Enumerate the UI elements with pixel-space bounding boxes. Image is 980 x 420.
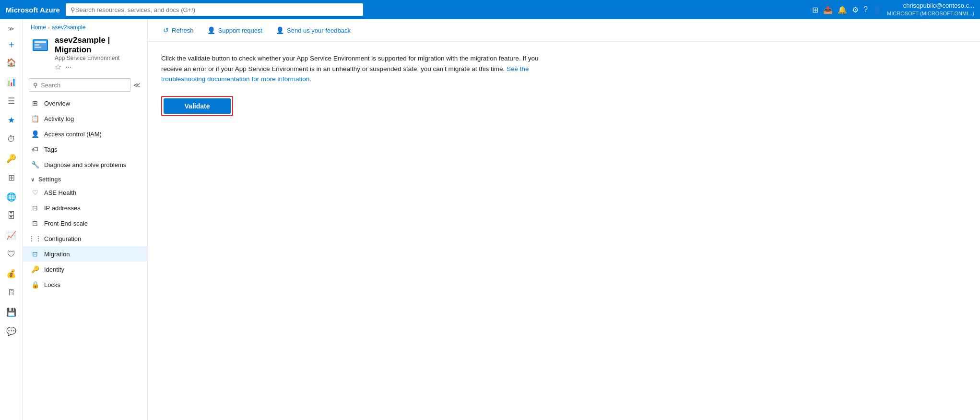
nav-item-ip-addresses[interactable]: ⊟ IP addresses xyxy=(23,200,147,216)
expand-sidebar-btn[interactable]: ≫ xyxy=(2,23,21,35)
support-icon: 👤 xyxy=(207,26,215,34)
resource-actions: ☆ ··· xyxy=(55,62,140,72)
cloud-shell-icon[interactable]: ⊞ xyxy=(812,5,818,14)
help-icon[interactable]: ? xyxy=(863,5,868,14)
sidebar-subscriptions-btn[interactable]: 🔑 xyxy=(2,150,21,167)
favorite-btn[interactable]: ☆ xyxy=(55,62,61,72)
nav-item-migration-label: Migration xyxy=(44,251,70,258)
nav-item-locks-label: Locks xyxy=(44,281,60,288)
sidebar-recent-btn[interactable]: ⏱ xyxy=(2,131,21,148)
notification-icon[interactable]: 🔔 xyxy=(838,5,847,14)
locks-icon: 🔒 xyxy=(31,280,39,289)
overview-icon: ⊞ xyxy=(31,99,39,108)
support-request-button[interactable]: 👤 Support request xyxy=(201,24,269,36)
sidebar-search-wrap[interactable]: ⚲ xyxy=(29,78,130,92)
sidebar-resource-groups-btn[interactable]: ⊞ xyxy=(2,169,21,186)
migration-icon: ⊡ xyxy=(31,250,39,258)
sidebar-home-btn[interactable]: 🏠 xyxy=(2,54,21,71)
portal-settings-icon[interactable]: 📤 xyxy=(823,5,833,14)
collapse-sidebar-btn[interactable]: ≪ xyxy=(132,80,142,90)
nav-item-identity[interactable]: 🔑 Identity xyxy=(23,262,147,277)
breadcrumb: Home › asev2sample xyxy=(23,19,147,33)
sidebar-search-input[interactable] xyxy=(41,82,126,89)
global-search-bar[interactable]: ⚲ xyxy=(66,3,363,16)
gear-icon[interactable]: ⚙ xyxy=(852,5,859,14)
nav-item-configuration[interactable]: ⋮⋮ Configuration xyxy=(23,231,147,246)
resource-type-label: App Service Environment xyxy=(55,55,140,61)
sidebar-monitor-btn[interactable]: 📈 xyxy=(2,227,21,244)
sidebar-cost-btn[interactable]: 💰 xyxy=(2,265,21,282)
nav-item-activity-log-label: Activity log xyxy=(44,115,74,122)
top-nav: Microsoft Azure ⚲ ⊞ 📤 🔔 ⚙ ? 👤 chrisqpubl… xyxy=(0,0,980,19)
nav-item-access-control-label: Access control (IAM) xyxy=(44,131,102,138)
top-nav-icons: ⊞ 📤 🔔 ⚙ ? 👤 chrisqpublic@contoso.c... MI… xyxy=(812,2,974,17)
feedback-label: Send us your feedback xyxy=(287,27,351,34)
activity-log-icon: 📋 xyxy=(31,114,39,123)
nav-item-locks[interactable]: 🔒 Locks xyxy=(23,277,147,292)
support-label: Support request xyxy=(218,27,263,34)
svg-rect-2 xyxy=(35,41,46,43)
nav-item-ase-health-label: ASE Health xyxy=(44,189,76,196)
settings-chevron: ∨ xyxy=(31,177,35,183)
nav-item-configuration-label: Configuration xyxy=(44,235,81,242)
nav-item-access-control[interactable]: 👤 Access control (IAM) xyxy=(23,126,147,142)
ip-addresses-icon: ⊟ xyxy=(31,204,39,212)
identity-icon: 🔑 xyxy=(31,265,39,274)
sidebar-dashboard-btn[interactable]: 📊 xyxy=(2,73,21,90)
user-info[interactable]: chrisqpublic@contoso.c... MICROSOFT (MIC… xyxy=(887,2,974,17)
feedback-icon[interactable]: 👤 xyxy=(873,5,882,14)
sidebar-favorites-btn[interactable]: ★ xyxy=(2,111,21,129)
configuration-icon: ⋮⋮ xyxy=(31,234,39,243)
nav-item-diagnose-label: Diagnose and solve problems xyxy=(44,161,126,168)
sidebar-virtual-machines-btn[interactable]: 🖥 xyxy=(2,284,21,301)
nav-item-activity-log[interactable]: 📋 Activity log xyxy=(23,111,147,126)
migration-description: Click the validate button to check wheth… xyxy=(161,53,545,84)
icon-sidebar: ≫ ＋ 🏠 📊 ☰ ★ ⏱ 🔑 ⊞ 🌐 🗄 📈 🛡 💰 🖥 💾 💬 xyxy=(0,19,23,420)
sidebar-storage-btn[interactable]: 💾 xyxy=(2,303,21,321)
sidebar-all-services-btn[interactable]: ☰ xyxy=(2,92,21,109)
nav-item-overview[interactable]: ⊞ Overview xyxy=(23,96,147,111)
settings-section-label: Settings xyxy=(38,176,61,183)
svg-rect-4 xyxy=(35,47,41,48)
send-feedback-icon: 👤 xyxy=(276,26,284,34)
settings-section-header[interactable]: ∨ Settings xyxy=(23,172,147,185)
sidebar-app-services-btn[interactable]: 🌐 xyxy=(2,188,21,205)
sidebar-search-icon: ⚲ xyxy=(33,82,38,89)
validate-button[interactable]: Validate xyxy=(164,98,231,114)
resource-title-area: asev2sample | Migration App Service Envi… xyxy=(55,36,140,72)
resource-sidebar: Home › asev2sample asev2sample | Migrati… xyxy=(23,19,148,420)
create-resource-btn[interactable]: ＋ xyxy=(2,36,21,52)
nav-item-front-end-scale[interactable]: ⊡ Front End scale xyxy=(23,216,147,231)
global-search-icon: ⚲ xyxy=(71,6,75,13)
ase-health-icon: ♡ xyxy=(31,188,39,197)
sidebar-chat-btn[interactable]: 💬 xyxy=(2,323,21,340)
nav-item-diagnose[interactable]: 🔧 Diagnose and solve problems xyxy=(23,157,147,172)
description-text: Click the validate button to check wheth… xyxy=(161,55,538,72)
nav-item-identity-label: Identity xyxy=(44,266,64,273)
nav-item-ase-health[interactable]: ♡ ASE Health xyxy=(23,185,147,200)
iam-icon: 👤 xyxy=(31,130,39,138)
global-search-input[interactable] xyxy=(75,6,358,13)
sidebar-sql-btn[interactable]: 🗄 xyxy=(2,207,21,225)
feedback-button[interactable]: 👤 Send us your feedback xyxy=(270,24,356,36)
main-content: ↺ Refresh 👤 Support request 👤 Send us yo… xyxy=(148,19,980,420)
sidebar-security-btn[interactable]: 🛡 xyxy=(2,246,21,263)
diagnose-icon: 🔧 xyxy=(31,160,39,169)
validate-button-wrapper: Validate xyxy=(161,96,233,116)
breadcrumb-resource[interactable]: asev2sample xyxy=(52,24,86,31)
content-toolbar: ↺ Refresh 👤 Support request 👤 Send us yo… xyxy=(148,19,980,42)
nav-item-migration[interactable]: ⊡ Migration xyxy=(23,246,147,262)
more-actions-btn[interactable]: ··· xyxy=(65,63,71,72)
breadcrumb-home[interactable]: Home xyxy=(31,24,46,31)
nav-item-tags-label: Tags xyxy=(44,146,57,153)
nav-menu: ⊞ Overview 📋 Activity log 👤 Access contr… xyxy=(23,96,147,292)
content-area: Click the validate button to check wheth… xyxy=(148,42,980,420)
nav-item-tags[interactable]: 🏷 Tags xyxy=(23,142,147,157)
nav-item-overview-label: Overview xyxy=(44,100,70,107)
nav-item-ip-addresses-label: IP addresses xyxy=(44,204,81,212)
svg-rect-3 xyxy=(35,44,39,46)
breadcrumb-separator: › xyxy=(48,24,50,30)
resource-header: asev2sample | Migration App Service Envi… xyxy=(23,33,147,76)
refresh-button[interactable]: ↺ Refresh xyxy=(157,24,200,36)
tags-icon: 🏷 xyxy=(31,145,39,154)
